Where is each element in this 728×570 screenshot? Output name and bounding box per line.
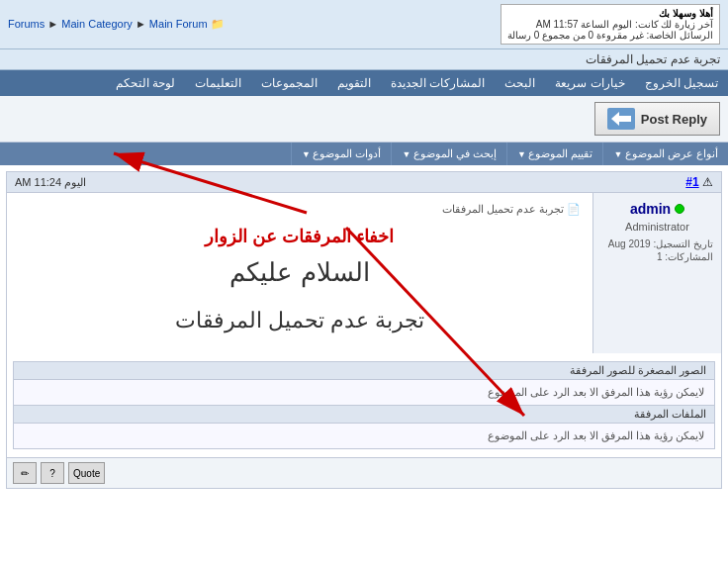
arabic-subject-text: تجربة عدم تحميل المرفقات (19, 308, 581, 333)
user-stats: تاريخ التسجيل: Aug 2019 المشاركات: 1 (601, 238, 713, 262)
breadcrumb: Forums ► Main Category ► Main Forum 📁 (8, 18, 225, 31)
post-subject-link[interactable]: 📄 تجربة عدم تحميل المرفقات (19, 203, 581, 216)
quote-label: Quote (73, 468, 100, 479)
user-rank: Administrator (601, 221, 713, 233)
thumbnails-block: الصور المصغرة للصور المرفقة لايمكن رؤية … (14, 362, 714, 405)
topic-title: تجربة عدم تحميل المرفقات (586, 52, 720, 66)
user-greeting: أهلا وسهلا بك (659, 8, 713, 19)
breadcrumb-forums-link[interactable]: Forums (8, 18, 45, 30)
username-display: admin (630, 201, 671, 217)
thumbnails-header: الصور المصغرة للصور المرفقة (14, 362, 714, 380)
nav-bar: تسجيل الخروج خيارات سريعة البحث المشاركا… (0, 70, 728, 96)
nav-logout[interactable]: تسجيل الخروج (635, 70, 728, 96)
user-panel: admin Administrator تاريخ التسجيل: Aug 2… (592, 193, 721, 353)
last-visit-info: آخر زيارة لك كانت: اليوم الساعة 11:57 AM (507, 19, 713, 30)
post-main-content: تجربة عدم تحميل المرفقات (19, 308, 581, 333)
nav-settings[interactable]: التعليمات (185, 70, 251, 96)
thread-tools-link[interactable]: أدوات الموضوع (291, 142, 391, 165)
report-button[interactable]: ? (41, 462, 64, 484)
post-container: ⚠ #1 اليوم 11:24 AM admin Administrator … (6, 171, 722, 489)
post-number-link[interactable]: #1 (685, 175, 698, 189)
post-greeting: السلام عليكم (19, 257, 581, 288)
user-info-box: أهلا وسهلا بك آخر زيارة لك كانت: اليوم ا… (500, 4, 720, 45)
quote-button[interactable]: Quote (68, 462, 105, 484)
breadcrumb-sep2: ► (136, 18, 149, 30)
breadcrumb-maincategory-link[interactable]: Main Category (61, 18, 133, 30)
display-modes-link[interactable]: أنواع عرض الموضوع (602, 142, 728, 165)
doc-icon: 📄 (567, 203, 581, 215)
breadcrumb-mainforum-link[interactable]: Main Forum (149, 18, 208, 30)
files-block: الملفات المرفقة لايمكن رؤية هذا المرفق ا… (14, 405, 714, 448)
online-status-dot (675, 204, 684, 214)
rate-topic-link[interactable]: تقييم الموضوع (506, 142, 602, 165)
reply-icon (607, 108, 635, 130)
nav-search[interactable]: البحث (495, 70, 545, 96)
files-content: لايمكن رؤية هذا المرفق الا بعد الرد على … (14, 424, 714, 448)
nav-calendar[interactable]: التقويم (327, 70, 381, 96)
hiding-text: اخفاء المرفقات عن الزوار (19, 226, 581, 247)
nav-new-posts[interactable]: المشاركات الجديدة (381, 70, 495, 96)
post-number-area: ⚠ #1 (685, 175, 713, 189)
breadcrumb-folder-icon: 📁 (211, 18, 225, 30)
arabic-greeting-text: السلام عليكم (19, 257, 581, 288)
breadcrumb-bar: Forums ► Main Category ► Main Forum 📁 أه… (0, 0, 728, 49)
thumbnails-content: لايمكن رؤية هذا المرفق الا بعد الرد على … (14, 380, 714, 405)
bottom-toolbar: ✏ ? Quote (7, 457, 721, 488)
breadcrumb-sep1: ► (47, 18, 61, 30)
post-reply-area: Post Reply (0, 96, 728, 142)
thread-tools-bar: أنواع عرض الموضوع تقييم الموضوع إبحث في … (0, 142, 728, 165)
nav-control-panel[interactable]: لوحة التحكم (106, 70, 185, 96)
post-reply-button[interactable]: Post Reply (594, 102, 720, 136)
warn-icon: ⚠ (702, 175, 713, 189)
nav-groups[interactable]: المجموعات (251, 70, 327, 96)
post-date: اليوم 11:24 AM (15, 176, 86, 189)
files-header: الملفات المرفقة (14, 406, 714, 424)
nav-quick-options[interactable]: خيارات سريعة (545, 70, 634, 96)
messages-info: الرسائل الخاصة: غير مقروءة 0 من مجموع 0 … (507, 30, 713, 41)
join-date-label: تاريخ التسجيل: Aug 2019 (601, 238, 713, 249)
search-in-topic-link[interactable]: إبحث في الموضوع (391, 142, 506, 165)
post-header: ⚠ #1 اليوم 11:24 AM (7, 172, 721, 193)
posts-count: المشاركات: 1 (601, 251, 713, 262)
edit-button[interactable]: ✏ (13, 462, 37, 484)
attachments-section: الصور المصغرة للصور المرفقة لايمكن رؤية … (13, 361, 715, 449)
post-content: 📄 تجربة عدم تحميل المرفقات اخفاء المرفقا… (7, 193, 592, 353)
post-reply-label: Post Reply (641, 112, 707, 127)
avatar-area: admin (601, 201, 713, 217)
post-body: admin Administrator تاريخ التسجيل: Aug 2… (7, 193, 721, 353)
